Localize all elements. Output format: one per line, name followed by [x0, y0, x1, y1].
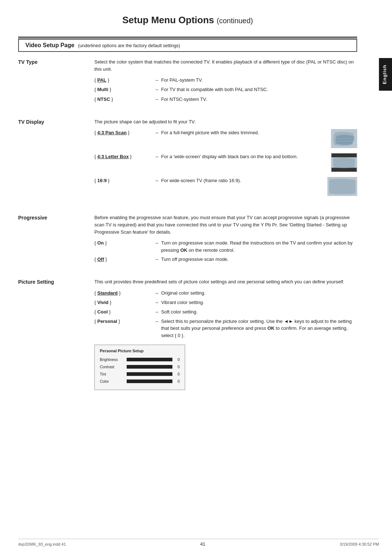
picture-setting-standard: { Standard } – Original color setting.	[94, 290, 357, 297]
personal-key: { Personal }	[94, 318, 152, 325]
tv-type-ntsc-value: For NTSC-system TV.	[161, 96, 357, 103]
picture-setting-desc-text: This unit provides three predefined sets…	[94, 278, 357, 286]
progressive-on-dash: –	[152, 239, 161, 247]
setting-row-picture-setting: Picture Setting This unit provides three…	[18, 272, 357, 393]
footer-left: dvp3268K_93_eng.indd 41	[18, 542, 66, 546]
setting-row-progressive: Progressive Before enabling the progress…	[18, 208, 357, 266]
tv-type-option-ntsc: { NTSC } – For NTSC-system TV.	[94, 96, 357, 103]
tv-display-desc-text: The picture shape can be adjusted to fit…	[94, 118, 357, 126]
title-continued: (continued)	[217, 17, 253, 25]
section-header-title: Video Setup Page	[25, 42, 74, 49]
progressive-label: Progressive	[18, 214, 94, 266]
169-value: For wide-screen TV (frame ratio 16:9).	[161, 177, 322, 184]
title-text: Setup Menu Options	[122, 15, 214, 25]
169-middle: For wide-screen TV (frame ratio 16:9).	[161, 177, 357, 196]
tv-display-description: The picture shape can be adjusted to fit…	[94, 118, 357, 201]
color-label: Color	[100, 378, 124, 384]
letter-box-value: For a 'wide-screen' display with black b…	[161, 153, 325, 160]
tint-row: Tint 0	[100, 371, 180, 377]
svg-rect-4	[331, 153, 356, 157]
vivid-dash: –	[152, 299, 161, 306]
contrast-label: Contrast	[100, 364, 124, 370]
footer-right: 3/19/2009 4:30:52 PM	[340, 542, 379, 546]
pan-scan-thumb	[331, 129, 357, 148]
pan-scan-middle: For a full-height picture with the sides…	[161, 129, 357, 148]
personal-setup-title: Personal Picture Setup	[100, 348, 180, 354]
pan-scan-content: For a full-height picture with the sides…	[161, 129, 357, 148]
pan-scan-thumb-col	[331, 129, 357, 148]
svg-rect-5	[331, 168, 356, 172]
contrast-row: Contrast 0	[100, 364, 180, 370]
letter-box-content: For a 'wide-screen' display with black b…	[161, 153, 357, 172]
page-footer: dvp3268K_93_eng.indd 41 41 3/19/2009 4:3…	[18, 539, 379, 547]
tv-type-option-pal: { PAL } – For PAL-system TV.	[94, 77, 357, 84]
picture-setting-label: Picture Setting	[18, 278, 94, 393]
letter-box-thumb	[331, 153, 357, 172]
letter-box-key: { 4:3 Letter Box }	[94, 153, 152, 160]
progressive-option-off: { Off } – Turn off progressive scan mode…	[94, 256, 357, 263]
picture-setting-vivid: { Vivid } – Vibrant color setting.	[94, 299, 357, 306]
picture-setting-personal: { Personal } – Select this to personaliz…	[94, 318, 357, 339]
picture-setting-body: { Standard } – Original color setting. {…	[94, 290, 357, 393]
brightness-bar	[127, 358, 172, 361]
contrast-bar	[127, 365, 172, 369]
vivid-value: Vibrant color setting.	[161, 299, 357, 306]
cool-dash: –	[152, 308, 161, 316]
pan-scan-dash: –	[152, 129, 161, 136]
content-area: TV Type Select the color system that mat…	[18, 52, 357, 393]
tint-label: Tint	[100, 371, 124, 377]
setting-row-tv-type: TV Type Select the color system that mat…	[18, 52, 357, 105]
main-content: Setup Menu Options (continued) Video Set…	[18, 15, 370, 393]
side-tab-english: English	[379, 58, 392, 91]
tint-value: 0	[175, 371, 180, 377]
contrast-value: 0	[175, 364, 180, 370]
169-content: For wide-screen TV (frame ratio 16:9).	[161, 177, 357, 196]
tv-type-pal-dash: –	[152, 77, 161, 84]
personal-dash: –	[152, 318, 161, 325]
tv-type-pal-value: For PAL-system TV.	[161, 77, 357, 84]
tv-display-option-letter-box: { 4:3 Letter Box } – For a 'wide-screen'…	[94, 153, 357, 172]
tv-type-desc-text: Select the color system that matches the…	[94, 58, 357, 73]
tv-type-ntsc-dash: –	[152, 96, 161, 103]
progressive-option-on: { On } – Turn on progressive scan mode. …	[94, 239, 357, 254]
personal-value: Select this to personalize the picture c…	[161, 318, 357, 339]
tv-display-label: TV Display	[18, 118, 94, 201]
pan-scan-value: For a full-height picture with the sides…	[161, 129, 325, 136]
progressive-desc-text: Before enabling the progressive scan fea…	[94, 214, 357, 236]
tv-display-option-169: { 16:9 } – For wide-screen TV (frame rat…	[94, 177, 357, 196]
brightness-row: Brightness 0	[100, 357, 180, 362]
169-dash: –	[152, 177, 161, 184]
picture-setting-description: This unit provides three predefined sets…	[94, 278, 357, 393]
page-title: Setup Menu Options (continued)	[18, 15, 357, 26]
page-wrapper: English Setup Menu Options (continued) V…	[0, 0, 392, 554]
progressive-description: Before enabling the progressive scan fea…	[94, 214, 357, 266]
section-header: Video Setup Page (underlined options are…	[18, 39, 357, 52]
progressive-off-key: { Off }	[94, 256, 152, 263]
tv-display-option-pan-scan: { 4:3 Pan Scan } – For a full-height pic…	[94, 129, 357, 148]
section-header-subtitle: (underlined options are the factory defa…	[78, 43, 180, 48]
standard-key: { Standard }	[94, 290, 152, 297]
tv-type-option-multi: { Multi } – For TV that is compatible wi…	[94, 86, 357, 93]
tint-bar	[127, 372, 172, 376]
cool-value: Soft color setting.	[161, 308, 357, 316]
169-thumb-col	[327, 177, 357, 196]
pan-scan-key: { 4:3 Pan Scan }	[94, 129, 152, 136]
brightness-value: 0	[175, 357, 180, 362]
169-thumb	[327, 177, 357, 196]
letter-box-middle: For a 'wide-screen' display with black b…	[161, 153, 357, 172]
tv-type-multi-value: For TV that is compatible with both PAL …	[161, 86, 357, 93]
tv-type-label: TV Type	[18, 58, 94, 105]
picture-setting-cool: { Cool } – Soft color setting.	[94, 308, 357, 316]
progressive-on-key: { On }	[94, 239, 152, 247]
cool-key: { Cool }	[94, 308, 152, 316]
standard-dash: –	[152, 290, 161, 297]
progressive-off-value: Turn off progressive scan mode.	[161, 256, 357, 263]
tv-type-multi-dash: –	[152, 86, 161, 93]
color-value: 0	[175, 378, 180, 384]
progressive-on-value: Turn on progressive scan mode. Read the …	[161, 239, 357, 254]
tv-type-ntsc-key: { NTSC }	[94, 96, 152, 103]
setting-row-tv-display: TV Display The picture shape can be adju…	[18, 112, 357, 201]
personal-picture-setup-box: Personal Picture Setup Brightness 0 Cont…	[94, 345, 185, 390]
tv-type-description: Select the color system that matches the…	[94, 58, 357, 105]
page-number: 41	[200, 541, 205, 547]
